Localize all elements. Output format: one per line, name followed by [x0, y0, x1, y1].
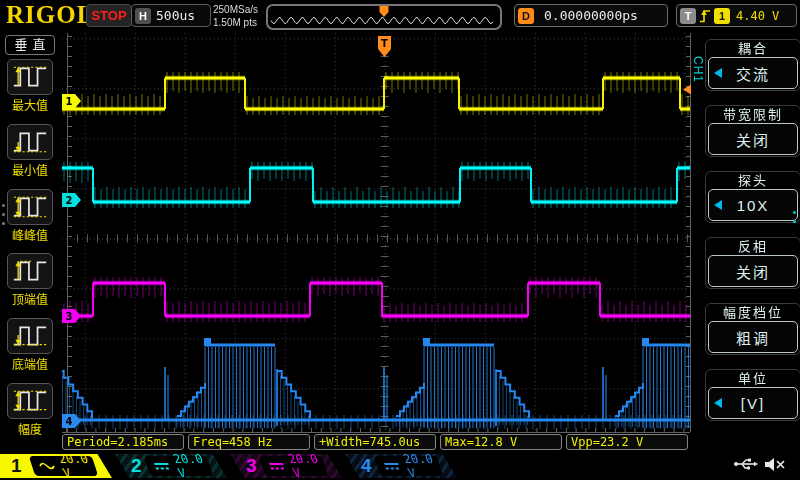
- channel-number: 4: [361, 454, 372, 478]
- chevron-left-icon: [714, 200, 722, 210]
- timebase-value: 500us: [156, 8, 195, 23]
- sidebar-item-vbase[interactable]: 底端值: [5, 318, 55, 372]
- channel-scale: 20.0 V: [56, 452, 99, 480]
- sidebar-page-dot: [2, 222, 5, 225]
- sidebar-page-dot: [2, 213, 5, 216]
- sidebar-item-label: 峰峰值: [5, 226, 55, 243]
- run-status-badge[interactable]: STOP: [86, 4, 132, 27]
- menu-item-title: 幅度档位: [708, 305, 798, 321]
- chevron-left-icon: [714, 398, 722, 408]
- brand-logo: RIGOL: [6, 1, 94, 29]
- dc-coupling-icon: [381, 457, 403, 475]
- timebase-readout[interactable]: H 500us: [131, 4, 211, 27]
- menu-item-value: 关闭: [736, 261, 770, 282]
- menu-item-value: 10X: [737, 197, 770, 214]
- waveform-preview-bar[interactable]: [266, 4, 502, 30]
- menu-item-probe[interactable]: 探头 10X: [705, 171, 800, 223]
- sidebar-item-vpp[interactable]: 峰峰值: [5, 189, 55, 243]
- menu-item-title: 探头: [708, 173, 798, 189]
- acquisition-info: 250MSa/s 1.50M pts: [213, 3, 258, 29]
- measurement-freq: Freq=458 Hz: [188, 434, 310, 450]
- menu-item-volts-scale-mode[interactable]: 幅度档位 粗调: [705, 303, 800, 355]
- oscilloscope-screen: RIGOL STOP H 500us 250MSa/s 1.50M pts D …: [0, 0, 800, 480]
- measurement-period: Period=2.185ms: [62, 434, 184, 450]
- menu-item-title: 耦合: [708, 41, 798, 57]
- sidebar-item-label: 最小值: [5, 161, 55, 178]
- speaker-muted-icon: [763, 456, 787, 477]
- measurement-max: Max=12.8 V: [440, 434, 562, 450]
- usb-icon: [733, 457, 759, 475]
- menu-item-value: 关闭: [736, 129, 770, 150]
- vertical-measure-sidebar: 垂直 最大值 最小值 峰峰值 顶端值 底端值 幅度: [0, 32, 60, 434]
- vpp-icon: [7, 189, 53, 225]
- channel-number: 3: [246, 454, 257, 478]
- sidebar-page-dot: [2, 204, 5, 207]
- waveform-display: [0, 0, 800, 480]
- horizontal-icon: H: [135, 8, 151, 24]
- sample-rate: 250MSa/s: [213, 3, 258, 16]
- channel3-status[interactable]: 3 20.0 V: [230, 454, 342, 478]
- sidebar-title: 垂直: [5, 35, 55, 55]
- menu-item-value: 粗调: [736, 327, 770, 348]
- dc-coupling-icon: [266, 457, 288, 475]
- vbase-icon: [7, 318, 53, 354]
- channel-number: 2: [131, 454, 142, 478]
- rising-edge-icon: [699, 8, 712, 24]
- menu-item-title: 单位: [708, 371, 798, 387]
- channel-scale: 20.0 V: [286, 452, 329, 480]
- sidebar-item-label: 底端值: [5, 355, 55, 372]
- sidebar-item-vtop[interactable]: 顶端值: [5, 253, 55, 307]
- menu-item-title: 带宽限制: [708, 107, 798, 123]
- delay-icon: D: [518, 8, 534, 24]
- channel4-status[interactable]: 4 20.0 V: [345, 454, 457, 478]
- channel-scale: 20.0 V: [401, 452, 444, 480]
- menu-item-coupling[interactable]: 耦合 交流: [705, 39, 800, 91]
- dc-coupling-icon: [151, 457, 173, 475]
- measurement-vpp: Vpp=23.2 V: [566, 434, 688, 450]
- trigger-level-value: 4.40 V: [736, 9, 779, 23]
- channel-scale: 20.0 V: [171, 452, 214, 480]
- sidebar-item-label: 最大值: [5, 96, 55, 113]
- memory-depth: 1.50M pts: [213, 16, 258, 29]
- channel-number: 1: [11, 454, 22, 478]
- ac-coupling-icon: [36, 457, 58, 475]
- sidebar-item-label: 幅度: [5, 420, 55, 437]
- menu-item-unit[interactable]: 单位 [V]: [705, 369, 800, 421]
- vtop-icon: [7, 253, 53, 289]
- sidebar-item-vamp[interactable]: 幅度: [5, 383, 55, 437]
- menu-item-invert[interactable]: 反相 关闭: [705, 237, 800, 289]
- menu-item-value: [V]: [741, 395, 765, 412]
- menu-item-title: 反相: [708, 239, 798, 255]
- vamp-icon: [7, 383, 53, 419]
- channel2-status[interactable]: 2 20.0 V: [115, 454, 227, 478]
- trigger-source-badge: 1: [714, 8, 730, 24]
- trigger-readout[interactable]: T 1 4.40 V: [676, 4, 797, 27]
- menu-page-dot: [793, 211, 796, 214]
- trigger-icon: T: [680, 8, 696, 24]
- menu-item-value: 交流: [736, 63, 770, 84]
- sidebar-item-label: 顶端值: [5, 290, 55, 307]
- delay-readout: D 0.00000000ps: [514, 4, 668, 27]
- menu-channel-label: CH1: [691, 56, 705, 83]
- sidebar-item-vmax[interactable]: 最大值: [5, 59, 55, 113]
- channel1-status[interactable]: 1 20.0 V: [0, 454, 112, 478]
- measurement-pwidth: +Width=745.0us: [314, 434, 436, 450]
- menu-item-bandwidth-limit[interactable]: 带宽限制 关闭: [705, 105, 800, 157]
- chevron-left-icon: [714, 68, 722, 78]
- sidebar-item-vmin[interactable]: 最小值: [5, 124, 55, 178]
- vmax-icon: [7, 59, 53, 95]
- delay-value: 0.00000000ps: [544, 8, 638, 23]
- menu-page-dot: [793, 220, 796, 223]
- vmin-icon: [7, 124, 53, 160]
